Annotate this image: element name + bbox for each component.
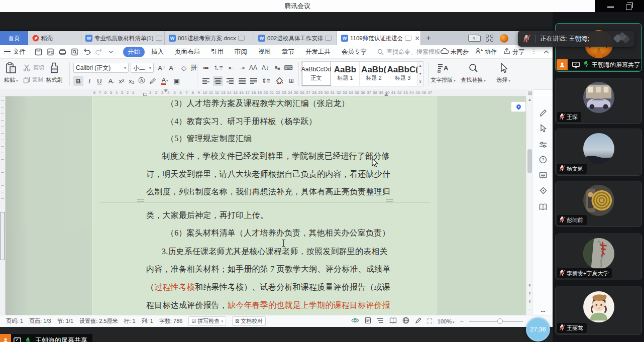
paste-button[interactable]: 粘贴 ▾ xyxy=(1,62,21,84)
text-layout-button[interactable]: A文字排版 ▾ xyxy=(430,62,456,84)
style-标题 1[interactable]: AaBb标题 1 xyxy=(331,62,360,86)
indent-icon[interactable]: ⇥ xyxy=(237,63,247,73)
participant-tile-6[interactable]: 王丽莺 xyxy=(555,286,642,335)
stamp-icon[interactable] xyxy=(538,170,548,180)
numbering-icon[interactable]: ⒈≡ xyxy=(213,63,223,73)
menu-tab-章节[interactable]: 章节 xyxy=(277,47,299,57)
justify-button[interactable] xyxy=(237,76,247,86)
help-icon[interactable]: ? xyxy=(538,155,548,165)
align-left-button[interactable] xyxy=(201,76,211,86)
menu-tab-引用[interactable]: 引用 xyxy=(206,47,228,57)
font-size-combo[interactable]: 小二▾ xyxy=(131,63,154,73)
account-avatar[interactable] xyxy=(500,34,508,43)
bold-button[interactable]: B xyxy=(73,76,83,86)
menu-tab-开始[interactable]: 开始 xyxy=(123,47,145,57)
menu-tab-视图[interactable]: 视图 xyxy=(254,47,275,57)
style-标题 3[interactable]: AaBbC(标题 3 xyxy=(388,62,417,86)
menu-tab-审阅[interactable]: 审阅 xyxy=(230,47,252,57)
web-view-icon[interactable] xyxy=(402,317,409,325)
menu-tab-会员专享[interactable]: 会员专享 xyxy=(337,47,371,57)
style-正文[interactable]: AaBbCcDd正文 xyxy=(302,62,331,86)
undo-icon[interactable] xyxy=(82,48,91,56)
vertical-scrollbar[interactable]: ▲▼⇞⇟▫ xyxy=(526,96,532,315)
text-direction-icon[interactable]: A↓ xyxy=(260,63,270,73)
ruler-toggle-icon[interactable]: ▤ xyxy=(526,89,533,96)
select-button[interactable]: 选择 ▾ xyxy=(490,62,516,84)
strikethrough-button[interactable]: A̶ xyxy=(105,76,116,86)
document-canvas[interactable]: （3）人才培养方案及课程教学大纲汇编（张启龙）（4）教育实习、研习手册样板（杨学… xyxy=(6,96,526,315)
superscript-button[interactable]: x² xyxy=(117,76,127,86)
copy-button[interactable]: 复制 xyxy=(23,76,43,83)
participant-tile-2[interactable]: 王琛 xyxy=(555,78,642,124)
document-area[interactable]: （3）人才培养方案及课程教学大纲汇编（张启龙）（4）教育实习、研习手册样板（杨学… xyxy=(0,96,553,315)
bullets-icon[interactable]: ≔ xyxy=(201,63,211,73)
tatenaka-icon[interactable]: ⌨ xyxy=(283,63,293,73)
zoom-level[interactable]: 100% ▾ xyxy=(438,318,455,324)
participant-tile-5[interactable]: 李新贵+宁夏大学 xyxy=(555,234,642,280)
char-shading-button[interactable]: ▣ xyxy=(172,76,182,86)
booknav-icon[interactable] xyxy=(538,202,548,212)
borders-button[interactable]: ⊞ xyxy=(286,76,296,86)
outline-view-icon[interactable] xyxy=(377,317,384,325)
italic-button[interactable]: I xyxy=(84,76,94,86)
participant-tile-4[interactable]: 彭问前 xyxy=(555,181,642,227)
tab-close-icon[interactable]: ✕ xyxy=(414,35,420,42)
navigate-icon[interactable] xyxy=(538,185,548,195)
menu-tab-开发工具[interactable]: 开发工具 xyxy=(301,47,335,57)
page-view-icon[interactable] xyxy=(365,317,371,325)
zoom-out-icon[interactable]: − xyxy=(460,317,464,325)
window-switcher-icon[interactable]: 4 xyxy=(468,35,479,42)
select-cursor-icon[interactable] xyxy=(538,123,548,133)
align-right-button[interactable] xyxy=(225,76,235,86)
tab-home[interactable]: 首页 xyxy=(0,31,28,45)
shading-button[interactable] xyxy=(274,76,284,86)
left-indent-marker[interactable] xyxy=(143,93,147,96)
tab-document-3[interactable]: W002进校具体工作安排 xyxy=(254,31,337,45)
wrap-icon[interactable]: ↹ xyxy=(272,63,282,73)
scrollbar-thumb[interactable] xyxy=(527,149,532,173)
more-icon[interactable] xyxy=(106,48,115,56)
print-preview-icon[interactable] xyxy=(70,48,79,56)
new-tab-button[interactable]: + xyxy=(421,31,436,45)
outdent-icon[interactable]: ⇤ xyxy=(226,63,236,73)
tab-document-2[interactable]: W001进校考察方案.docx xyxy=(165,31,254,45)
tab-document-4[interactable]: W1109师范认证推进会✕ xyxy=(337,31,421,45)
char-border-button[interactable]: Ⓐ xyxy=(137,76,147,86)
menubar-协作[interactable]: 协作 xyxy=(475,48,497,56)
menubar-未同步[interactable]: 未同步 xyxy=(441,48,469,56)
file-menu-button[interactable]: 文件 xyxy=(0,48,31,56)
zoom-knob[interactable] xyxy=(497,318,503,324)
export-pdf-icon[interactable]: PD xyxy=(46,48,55,56)
underline-button[interactable]: U xyxy=(94,76,104,86)
zoom-slider[interactable] xyxy=(469,321,523,322)
line-spacing-button[interactable]: ⇕≡ xyxy=(261,76,271,86)
command-search[interactable]: 查找命令、搜索模板 xyxy=(377,48,441,56)
annotate-icon[interactable] xyxy=(415,317,422,325)
gallery-scroll-arrows[interactable]: ▲▼⊻ xyxy=(417,62,423,86)
reading-location-button[interactable] xyxy=(511,101,526,112)
pinyin-icon[interactable]: 拼 xyxy=(189,63,199,73)
menu-tab-插入[interactable]: 插入 xyxy=(147,47,168,57)
menu-tab-页面布局[interactable]: 页面布局 xyxy=(170,47,204,57)
style-标题 2[interactable]: AaBb(标题 2 xyxy=(360,62,388,86)
save-icon[interactable] xyxy=(34,48,43,56)
screen-share-chip[interactable]: 王朝海的屏幕共享 xyxy=(0,334,92,342)
vertical-ruler[interactable] xyxy=(0,96,6,315)
meeting-timer[interactable]: 27:36 xyxy=(526,317,550,341)
restore-icon[interactable] xyxy=(626,5,631,10)
inc-font-icon[interactable]: A⁺ xyxy=(157,63,167,73)
menubar-分享[interactable]: 分享 xyxy=(503,48,524,56)
eye-protect-icon[interactable] xyxy=(351,317,359,325)
minimize-icon[interactable] xyxy=(607,7,614,8)
font-color-button[interactable]: A▾ xyxy=(160,76,170,86)
document-page[interactable]: （3）人才培养方案及课程教学大纲汇编（张启龙）（4）教育实习、研习手册样板（杨学… xyxy=(92,96,438,315)
edit-pen-icon[interactable] xyxy=(538,108,548,118)
more-tools-icon[interactable]: ••• xyxy=(538,306,548,316)
highlight-button[interactable]: 🖉 xyxy=(148,76,158,86)
horizontal-ruler[interactable]: 8765432112345678910111213141516171819202… xyxy=(0,89,526,96)
scale-text-icon[interactable]: AA xyxy=(248,63,258,73)
tab-docer[interactable]: 稻壳 xyxy=(28,31,81,45)
distribute-button[interactable] xyxy=(249,76,259,86)
redo-icon[interactable] xyxy=(94,48,103,56)
collapse-ribbon-icon[interactable] xyxy=(544,48,549,55)
